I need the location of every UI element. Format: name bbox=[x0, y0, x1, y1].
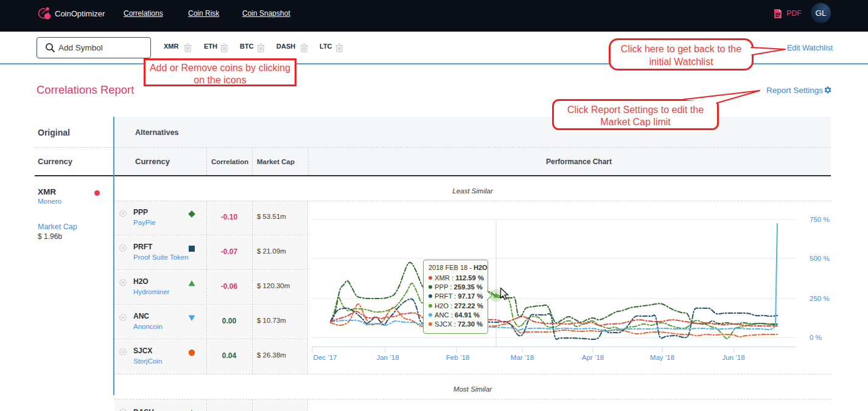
svg-text:250 %: 250 % bbox=[810, 295, 830, 302]
svg-text:0 %: 0 % bbox=[810, 334, 822, 341]
svg-text:500 %: 500 % bbox=[810, 255, 830, 262]
svg-text:Feb ’18: Feb ’18 bbox=[446, 354, 469, 361]
svg-text:750 %: 750 % bbox=[810, 216, 830, 223]
svg-text:May ’18: May ’18 bbox=[650, 354, 674, 361]
svg-text:Dec ’17: Dec ’17 bbox=[313, 354, 337, 361]
svg-text:Mar ’18: Mar ’18 bbox=[511, 354, 534, 361]
svg-text:Jun ’18: Jun ’18 bbox=[722, 354, 744, 361]
svg-text:Jan ’18: Jan ’18 bbox=[376, 354, 399, 361]
svg-text:Apr ’18: Apr ’18 bbox=[582, 354, 604, 361]
